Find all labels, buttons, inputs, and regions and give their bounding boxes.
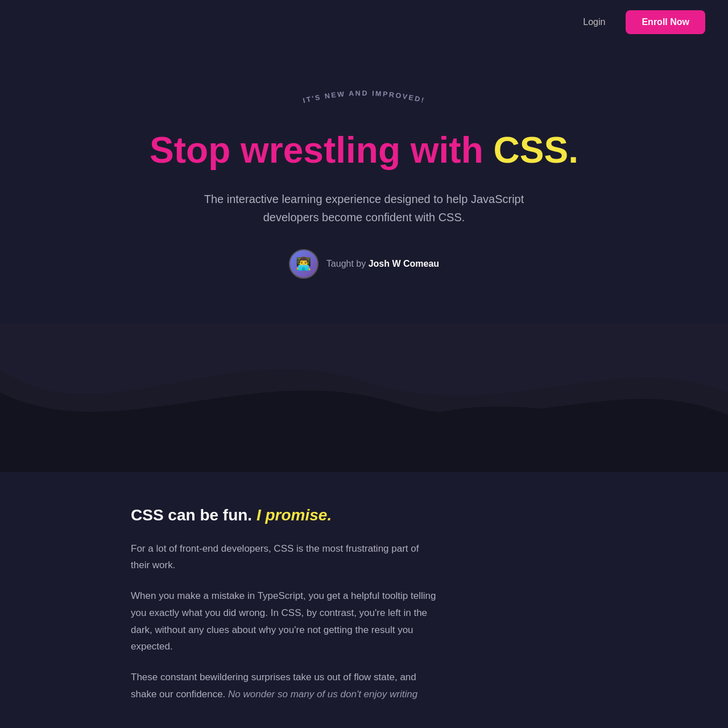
hero-subtext: The interactive learning experience desi… (182, 190, 546, 226)
avatar: 👨‍💻 (289, 249, 318, 279)
hero-section: IT'S NEW AND IMPROVED! Stop wrestling wi… (0, 44, 728, 301)
enroll-button[interactable]: Enroll Now (626, 10, 705, 34)
content-para-3: These constant bewildering surprises tak… (131, 669, 438, 703)
navbar: Login Enroll Now (0, 0, 728, 44)
heading-css: CSS. (494, 130, 578, 171)
badge-text: IT'S NEW AND IMPROVED! (302, 89, 425, 105)
author-row: 👨‍💻 Taught by Josh W Comeau (23, 249, 705, 279)
author-name: Josh W Comeau (369, 259, 439, 268)
fun-heading-normal: CSS can be fun. (131, 506, 257, 524)
heading-stop: Stop wrestling with (150, 130, 493, 171)
fun-heading-emphasis: I promise. (257, 506, 332, 524)
avatar-emoji: 👨‍💻 (296, 257, 311, 271)
content-para-1: For a lot of front-end developers, CSS i… (131, 540, 438, 574)
svg-text:IT'S NEW AND IMPROVED!: IT'S NEW AND IMPROVED! (302, 89, 425, 105)
wave-divider (0, 324, 728, 472)
para3-italic: No wonder so many of us don't enjoy writ… (228, 689, 417, 700)
badge-arc: IT'S NEW AND IMPROVED! (256, 78, 472, 113)
login-button[interactable]: Login (572, 10, 617, 34)
css-fun-heading: CSS can be fun. I promise. (131, 506, 597, 524)
content-section: CSS can be fun. I promise. For a lot of … (108, 472, 620, 728)
taught-by-prefix: Taught by (326, 259, 369, 268)
author-label: Taught by Josh W Comeau (326, 259, 439, 269)
content-para-2: When you make a mistake in TypeScript, y… (131, 588, 438, 655)
hero-heading: Stop wrestling with CSS. (23, 130, 705, 172)
